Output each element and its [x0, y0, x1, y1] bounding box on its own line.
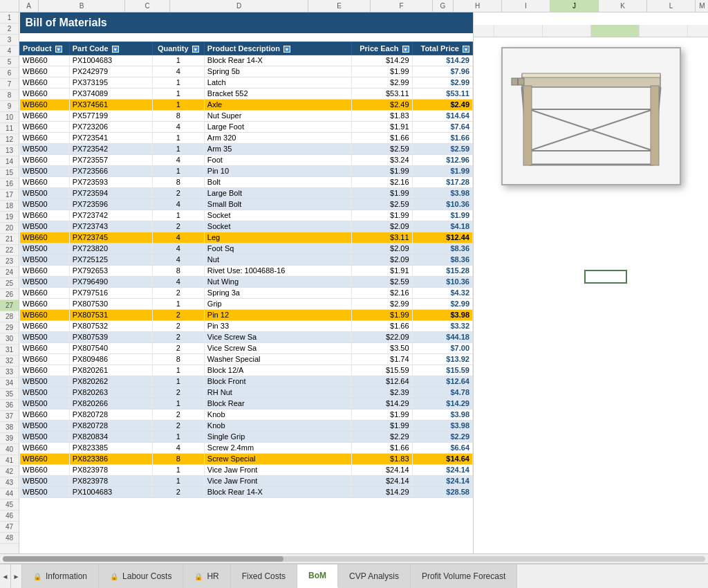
table-row[interactable]: WB500PX8202661Block Rear$14.29$14.29: [20, 398, 473, 409]
table-row[interactable]: WB660PX8233868Screw Special$1.83$14.64: [20, 453, 473, 464]
tab-information[interactable]: 🔒Information: [22, 564, 99, 588]
tab-label: HR: [207, 571, 218, 581]
table-row[interactable]: WB660PX7237421Socket$1.99$1.99: [20, 210, 473, 221]
col-header-a[interactable]: A: [19, 0, 39, 12]
partcode-filter-icon[interactable]: ▼: [112, 46, 119, 53]
table-row[interactable]: WB660PX7232064Large Foot$1.91$7.64: [20, 121, 473, 132]
table-row[interactable]: WB660PX8094868Washer Special$1.74$13.92: [20, 353, 473, 365]
bom-table: Bill of Materials Product ▼ Part Code: [19, 12, 473, 553]
table-row[interactable]: WB660PX7235411Arm 320$1.66$1.66: [20, 132, 473, 143]
row-num-44: 44: [0, 488, 19, 499]
table-row[interactable]: WB500PX8075392Vice Screw Sa$22.09$44.18: [20, 331, 473, 342]
col-partcode-header[interactable]: Part Code ▼: [69, 42, 152, 55]
row-num-22: 22: [0, 245, 19, 256]
table-row[interactable]: WB660PX8075402Vice Screw Sa$3.50$7.00: [20, 342, 473, 353]
row-num-37: 37: [0, 411, 19, 422]
col-header-i[interactable]: I: [502, 0, 550, 12]
table-row[interactable]: WB500PX7238204Foot Sq$2.09$8.36: [20, 243, 473, 254]
row-num-28: 28: [0, 311, 19, 322]
tab-fixed-costs[interactable]: Fixed Costs: [231, 564, 297, 588]
empty-row-2: [20, 33, 473, 42]
row-num-35: 35: [0, 389, 19, 400]
table-row[interactable]: WB500PX7235964Small Bolt$2.59$10.36: [20, 199, 473, 210]
empty-row-46: [20, 520, 473, 531]
table-row[interactable]: WB660PX7975162Spring 3a$2.16$4.32: [20, 287, 473, 298]
table-row[interactable]: WB660PX2429794Spring 5b$1.99$7.96: [20, 66, 473, 77]
table-row[interactable]: WB660PX8233854Screw 2.4mm$1.66$6.64: [20, 442, 473, 453]
col-header-l[interactable]: L: [647, 0, 696, 12]
desc-filter-icon[interactable]: ▼: [283, 46, 290, 53]
table-row[interactable]: WB660PX8207282Knob$1.99$3.98: [20, 409, 473, 420]
col-qty-header[interactable]: Quantity ▼: [152, 42, 204, 55]
tab-label: Profit Volume Forecast: [422, 571, 505, 581]
table-row[interactable]: WB660PX10046831Block Rear 14-X$14.29$14.…: [20, 55, 473, 66]
col-price-header[interactable]: Price Each ▼: [351, 42, 412, 55]
col-total-header[interactable]: Total Price ▼: [412, 42, 472, 55]
tab-hr[interactable]: 🔒HR: [183, 564, 230, 588]
table-row[interactable]: WB500PX8207282Knob$1.99$3.98: [20, 420, 473, 431]
table-row[interactable]: WB500PX8202621Block Front$12.64$12.64: [20, 376, 473, 387]
col-header-m[interactable]: M: [696, 0, 708, 12]
row-num-16: 16: [0, 178, 19, 190]
table-row[interactable]: WB500PX8202632RH Nut$2.39$4.78: [20, 387, 473, 398]
table-row[interactable]: WB660PX8202611Block 12/A$15.59$15.59: [20, 365, 473, 376]
col-header-f[interactable]: F: [371, 0, 433, 12]
price-filter-icon[interactable]: ▼: [402, 46, 409, 53]
tab-cvp-analysis[interactable]: CVP Analysis: [338, 564, 411, 588]
table-row[interactable]: WB660PX8075301Grip$2.99$2.99: [20, 298, 473, 309]
scrollbar-thumb[interactable]: [3, 556, 283, 562]
product-filter-icon[interactable]: ▼: [55, 46, 62, 53]
table-row[interactable]: WB660PX8075312Pin 12$1.99$3.98: [20, 309, 473, 320]
col-desc-header[interactable]: Product Description ▼: [204, 42, 351, 55]
col-header-k[interactable]: K: [599, 0, 647, 12]
tab-labour-costs[interactable]: 🔒Labour Costs: [99, 564, 183, 588]
tab-bom[interactable]: BoM: [297, 564, 338, 588]
table-row[interactable]: WB500PX10046832Block Rear 14-X$14.29$28.…: [20, 486, 473, 497]
tab-nav-next[interactable]: ►: [11, 564, 22, 588]
table-row[interactable]: WB660PX7926538Rivet Use: 1004688-16$1.91…: [20, 265, 473, 276]
row-num-4: 4: [0, 46, 19, 57]
col-header-e[interactable]: E: [308, 0, 371, 12]
col-header-j[interactable]: J: [550, 0, 599, 12]
row-num-8: 8: [0, 90, 19, 101]
col-header-d[interactable]: D: [170, 0, 308, 12]
tab-profit-volume-forecast[interactable]: Profit Volume Forecast: [411, 564, 517, 588]
row-num-24: 24: [0, 267, 19, 278]
table-row[interactable]: WB500PX7235942Large Bolt$1.99$3.98: [20, 187, 473, 199]
table-row[interactable]: WB500PX7235421Arm 35$2.59$2.59: [20, 143, 473, 154]
empty-row-48: [20, 542, 473, 553]
table-row[interactable]: WB660PX7237454Leg$3.11$12.44: [20, 232, 473, 243]
row-num-26: 26: [0, 289, 19, 300]
row-num-27: 27: [0, 300, 19, 311]
table-row[interactable]: WB500PX7251254Nut$2.09$8.36: [20, 254, 473, 265]
row-num-9: 9: [0, 101, 19, 112]
tab-nav-prev[interactable]: ◄: [0, 564, 11, 588]
row-num-12: 12: [0, 134, 19, 145]
spreadsheet: A B C D E F G H I J K L M 1 2 3 4 5 6 7 …: [0, 0, 708, 563]
col-header-c[interactable]: C: [125, 0, 170, 12]
col-header-h[interactable]: H: [454, 0, 502, 12]
table-row[interactable]: WB660PX3740891Bracket 552$53.11$53.11: [20, 88, 473, 99]
table-row[interactable]: WB660PX8075322Pin 33$1.66$3.32: [20, 320, 473, 331]
horizontal-scrollbar[interactable]: [0, 553, 708, 563]
col-header-b[interactable]: B: [39, 0, 125, 12]
total-filter-icon[interactable]: ▼: [463, 46, 469, 53]
table-row[interactable]: WB500PX8239781Vice Jaw Front$24.14$24.14: [20, 475, 473, 486]
table-row[interactable]: WB660PX7235574Foot$3.24$12.96: [20, 154, 473, 165]
table-row[interactable]: WB500PX7235661Pin 10$1.99$1.99: [20, 165, 473, 176]
table-row[interactable]: WB500PX8208341Single Grip$2.29$2.29: [20, 431, 473, 442]
col-header-g[interactable]: G: [433, 0, 454, 12]
table-row[interactable]: WB660PX3731951Latch$2.99$2.99: [20, 77, 473, 88]
row-num-10: 10: [0, 112, 19, 123]
col-product-header[interactable]: Product ▼: [20, 42, 70, 55]
table-row[interactable]: WB660PX3745611Axle$2.49$2.49: [20, 99, 473, 110]
table-row[interactable]: WB660PX7235938Bolt$2.16$17.28: [20, 176, 473, 187]
table-row[interactable]: WB660PX5771998Nut Super$1.83$14.64: [20, 110, 473, 121]
table-row[interactable]: WB500PX7237432Socket$2.09$4.18: [20, 221, 473, 232]
table-row[interactable]: WB660PX8239781Vice Jaw Front$24.14$24.14: [20, 464, 473, 475]
row-num-2: 2: [0, 24, 19, 35]
qty-filter-icon[interactable]: ▼: [192, 46, 199, 53]
row-num-19: 19: [0, 212, 19, 223]
table-row[interactable]: WB500PX7964904Nut Wing$2.59$10.36: [20, 276, 473, 287]
scrollbar-track[interactable]: [3, 556, 705, 562]
